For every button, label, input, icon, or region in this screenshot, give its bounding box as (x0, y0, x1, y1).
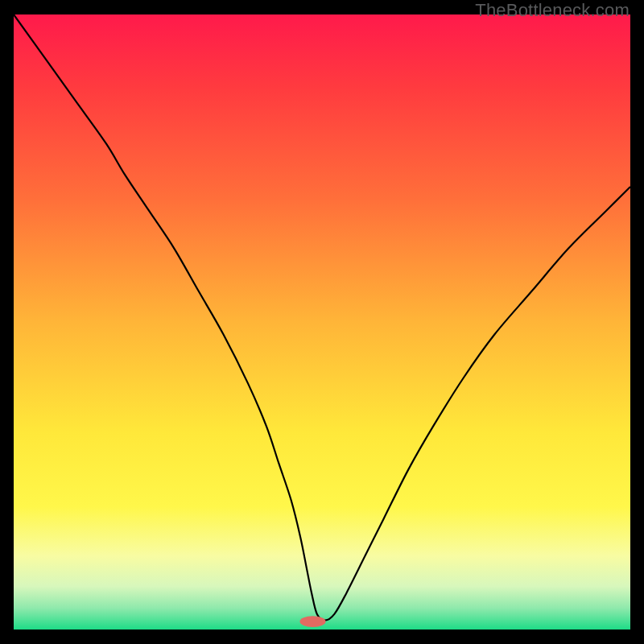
bottleneck-plot (14, 14, 630, 630)
chart-frame: TheBottleneck.com (0, 0, 644, 644)
minimum-marker (299, 616, 325, 627)
gradient-background (14, 14, 630, 630)
watermark-label: TheBottleneck.com (475, 0, 630, 21)
